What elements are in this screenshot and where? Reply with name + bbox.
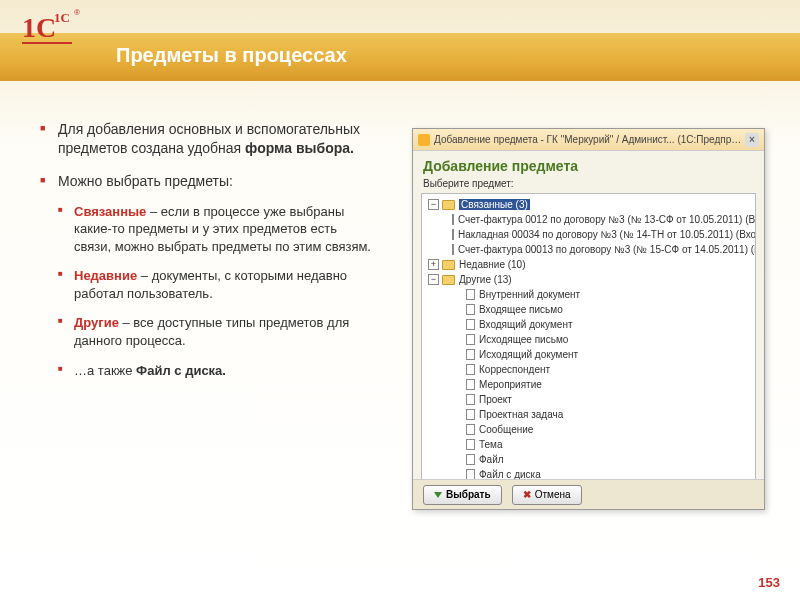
doc-icon: [466, 409, 475, 420]
folder-icon: [442, 275, 455, 285]
doc-icon: [466, 439, 475, 450]
collapse-icon[interactable]: −: [428, 274, 439, 285]
doc-icon: [466, 424, 475, 435]
tree-item[interactable]: Проект: [426, 392, 751, 407]
tree-node-recent[interactable]: +Недавние (10): [426, 257, 751, 272]
tree-item[interactable]: Внутренний документ: [426, 287, 751, 302]
page-title: Предметы в процессах: [116, 44, 347, 67]
logo-text: 1С: [22, 12, 56, 43]
doc-icon: [466, 334, 475, 345]
ok-icon: [434, 492, 442, 498]
tree-node-linked[interactable]: −Связанные (3): [426, 197, 751, 212]
folder-icon: [442, 260, 455, 270]
doc-icon: [466, 319, 475, 330]
tree-item[interactable]: Входящее письмо: [426, 302, 751, 317]
titlebar-text: Добавление предмета - ГК "Меркурий" / Ад…: [434, 134, 745, 145]
doc-icon: [452, 214, 454, 225]
doc-icon: [466, 349, 475, 360]
doc-icon: [466, 454, 475, 465]
tree-item[interactable]: Файл: [426, 452, 751, 467]
doc-icon: [466, 394, 475, 405]
doc-icon: [466, 304, 475, 315]
logo: 1С 1С ®: [22, 12, 80, 44]
tree-item[interactable]: Сообщение: [426, 422, 751, 437]
tree-view[interactable]: −Связанные (3) Счет-фактура 0012 по дого…: [421, 193, 756, 489]
doc-icon: [452, 244, 454, 255]
expand-icon[interactable]: +: [428, 259, 439, 270]
tree-item[interactable]: Тема: [426, 437, 751, 452]
tree-node-other[interactable]: −Другие (13): [426, 272, 751, 287]
doc-icon: [466, 289, 475, 300]
cancel-button[interactable]: ✖Отмена: [512, 485, 582, 505]
close-icon[interactable]: ×: [745, 133, 759, 147]
tree-item[interactable]: Счет-фактура 0012 по договору №3 (№ 13-С…: [426, 212, 751, 227]
tree-item[interactable]: Счет-фактура 00013 по договору №3 (№ 15-…: [426, 242, 751, 257]
dialog-heading: Добавление предмета: [413, 151, 764, 176]
select-button[interactable]: Выбрать: [423, 485, 502, 505]
page-number: 153: [758, 575, 780, 590]
tree-item[interactable]: Исходящий документ: [426, 347, 751, 362]
app-icon: [418, 134, 430, 146]
dialog-subhead: Выберите предмет:: [413, 176, 764, 193]
tree-item[interactable]: Исходящее письмо: [426, 332, 751, 347]
tree-item[interactable]: Корреспондент: [426, 362, 751, 377]
cancel-icon: ✖: [523, 486, 531, 504]
tree-item[interactable]: Входящий документ: [426, 317, 751, 332]
doc-icon: [466, 364, 475, 375]
tree-item[interactable]: Мероприятие: [426, 377, 751, 392]
dialog-titlebar: Добавление предмета - ГК "Меркурий" / Ад…: [413, 129, 764, 151]
screenshot-dialog: Добавление предмета - ГК "Меркурий" / Ад…: [412, 128, 765, 510]
tree-item[interactable]: Проектная задача: [426, 407, 751, 422]
doc-icon: [452, 229, 454, 240]
collapse-icon[interactable]: −: [428, 199, 439, 210]
tree-item[interactable]: Накладная 00034 по договору №3 (№ 14-ТН …: [426, 227, 751, 242]
folder-icon: [442, 200, 455, 210]
doc-icon: [466, 379, 475, 390]
body-text: Для добавления основных и вспомогательны…: [40, 120, 375, 393]
